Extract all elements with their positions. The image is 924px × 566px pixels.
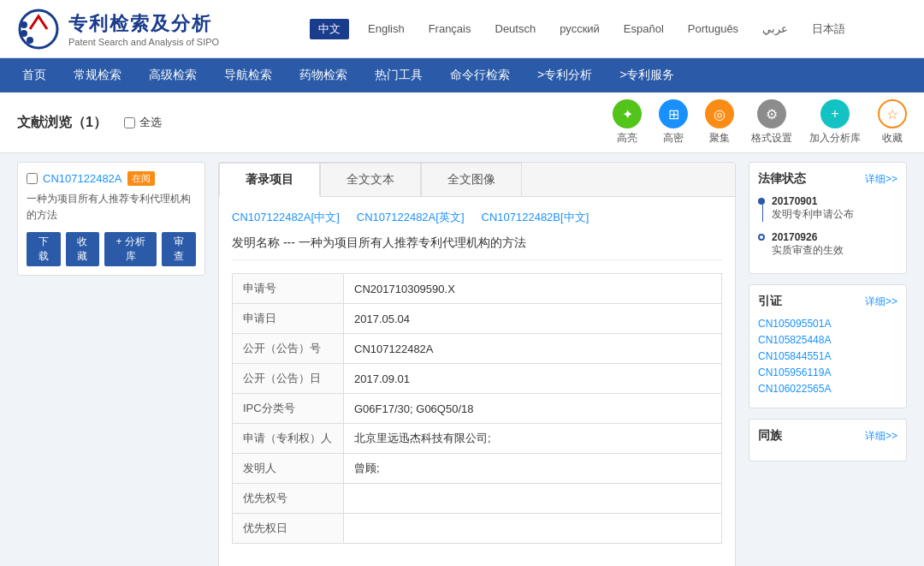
focus-icon: ◎ (705, 99, 734, 128)
status-badge: 在阅 (127, 171, 155, 186)
lang-pt[interactable]: Português (683, 21, 743, 37)
lang-es[interactable]: Español (619, 21, 669, 37)
svg-point-3 (27, 37, 33, 44)
doc-checkbox[interactable] (27, 173, 38, 184)
select-all-area[interactable]: 全选 (124, 115, 162, 130)
patent-links-row: CN107122482A[中文] CN107122482A[英文] CN1071… (232, 210, 722, 225)
citations-header: 引证 详细>> (758, 294, 897, 309)
format-label: 格式设置 (751, 131, 792, 146)
toolbar-icons: ✦ 高亮 ⊞ 高密 ◎ 聚集 ⚙ 格式设置 + 加入分析库 ☆ 收藏 (613, 99, 907, 146)
timeline-desc-1: 发明专利申请公布 (772, 207, 854, 222)
citations-detail-link[interactable]: 详细>> (865, 295, 897, 309)
citation-link-4[interactable]: CN105956119A (758, 366, 897, 378)
field-value-pubdate: 2017.09.01 (344, 364, 722, 394)
center-panel: 著录项目 全文文本 全文图像 CN107122482A[中文] CN107122… (218, 162, 736, 566)
add-analysis-button[interactable]: + 加入分析库 (809, 99, 861, 146)
timeline-dot-2 (758, 234, 765, 241)
patent-title: 发明名称 --- 一种为项目所有人推荐专利代理机构的方法 (232, 235, 722, 260)
add-icon: + (820, 99, 850, 128)
patent-link-cn-en[interactable]: CN107122482A[英文] (357, 210, 465, 225)
patent-link-cn-zh[interactable]: CN107122482A[中文] (232, 210, 340, 225)
nav-regular-search[interactable]: 常规检索 (60, 58, 135, 92)
table-row: 优先权日 (233, 514, 722, 544)
table-row: 优先权号 (233, 484, 722, 514)
nav-home[interactable]: 首页 (9, 58, 60, 92)
timeline-item-1: 20170901 发明专利申请公布 (758, 195, 897, 224)
field-value-appdate: 2017.05.04 (344, 304, 722, 334)
collect-button[interactable]: 收藏 (66, 232, 100, 266)
lang-ja[interactable]: 日本語 (807, 20, 850, 39)
nav-navigation-search[interactable]: 导航检索 (210, 58, 286, 92)
patent-link-cn-b[interactable]: CN107122482B[中文] (482, 210, 589, 225)
citation-link-1[interactable]: CN105095501A (758, 318, 897, 330)
citation-link-5[interactable]: CN106022565A (758, 383, 897, 395)
select-all-checkbox[interactable] (124, 117, 135, 128)
tab-images[interactable]: 全文图像 (421, 163, 522, 197)
nav-hot-tools[interactable]: 热门工具 (361, 58, 436, 92)
legal-status-section: 法律状态 详细>> 20170901 发明专利申请公布 20170926 实质审… (749, 162, 907, 274)
logo-text: 专利检索及分析 Patent Search and Analysis of SI… (68, 11, 219, 47)
lang-en[interactable]: English (363, 21, 410, 37)
highlight-icon: ✦ (613, 99, 642, 128)
format-button[interactable]: ⚙ 格式设置 (751, 99, 792, 146)
field-label-inventor: 发明人 (233, 454, 344, 484)
right-panel: 法律状态 详细>> 20170901 发明专利申请公布 20170926 实质审… (749, 162, 907, 566)
lang-zh[interactable]: 中文 (310, 19, 349, 39)
field-label-appdate: 申请日 (233, 304, 344, 334)
field-value-inventor: 曾顾; (344, 454, 722, 484)
nav-drug-search[interactable]: 药物检索 (286, 58, 361, 92)
svg-point-2 (21, 30, 27, 37)
lang-de[interactable]: Deutsch (490, 21, 542, 37)
legal-status-detail-link[interactable]: 详细>> (865, 172, 897, 187)
family-header: 同族 详细>> (758, 428, 897, 444)
lang-ar[interactable]: عربي (757, 21, 793, 37)
download-button[interactable]: 下载 (27, 232, 61, 266)
patent-info-table: 申请号 CN201710309590.X 申请日 2017.05.04 公开（公… (232, 273, 722, 544)
citations-title: 引证 (758, 294, 782, 309)
review-button[interactable]: 审查 (162, 232, 196, 266)
field-value-pubno: CN107122482A (344, 334, 722, 364)
timeline-line-1 (762, 205, 763, 222)
logo-area: 专利检索及分析 Patent Search and Analysis of SI… (17, 8, 219, 51)
timeline-dot-1 (758, 198, 765, 205)
logo-sub-text: Patent Search and Analysis of SIPO (68, 37, 219, 47)
nav-command-search[interactable]: 命令行检索 (436, 58, 524, 92)
nav-patent-analysis[interactable]: >专利分析 (524, 58, 606, 92)
highlight-button[interactable]: ✦ 高亮 (613, 99, 642, 146)
timeline-date-2: 20170926 (772, 231, 844, 243)
nav-patent-service[interactable]: >专利服务 (606, 58, 688, 92)
table-row: 申请（专利权）人 北京里远迅杰科技有限公司; (233, 424, 722, 454)
doc-actions: 下载 收藏 + 分析库 审查 (27, 232, 196, 266)
patent-tabs: 著录项目 全文文本 全文图像 (219, 163, 735, 197)
add-library-button[interactable]: + 分析库 (104, 232, 157, 266)
field-label-ipc: IPC分类号 (233, 394, 344, 424)
svg-point-1 (21, 21, 27, 28)
lang-ru[interactable]: русский (554, 21, 605, 37)
doc-id-link[interactable]: CN107122482A (43, 172, 122, 185)
timeline-item-2: 20170926 实质审查的生效 (758, 231, 897, 258)
field-label-appno: 申请号 (233, 274, 344, 304)
citation-link-3[interactable]: CN105844551A (758, 350, 897, 362)
document-toolbar: 文献浏览（1） 全选 ✦ 高亮 ⊞ 高密 ◎ 聚集 ⚙ 格式设置 + 加入分析库… (0, 92, 924, 153)
timeline-desc-2: 实质审查的生效 (772, 243, 844, 258)
tab-bibliographic[interactable]: 著录项目 (219, 163, 320, 197)
document-item: CN107122482A 在阅 一种为项目所有人推荐专利代理机构的方法 下载 收… (17, 162, 205, 276)
focus-button[interactable]: ◎ 聚集 (705, 99, 734, 146)
bookmark-button[interactable]: ☆ 收藏 (878, 99, 907, 146)
tab-fulltext[interactable]: 全文文本 (320, 163, 421, 197)
logo-main-text: 专利检索及分析 (68, 11, 219, 37)
field-value-priority-no (344, 484, 722, 514)
table-row: IPC分类号 G06F17/30; G06Q50/18 (233, 394, 722, 424)
citation-link-2[interactable]: CN105825448A (758, 334, 897, 346)
nav-advanced-search[interactable]: 高级检索 (135, 58, 210, 92)
patent-content: CN107122482A[中文] CN107122482A[英文] CN1071… (219, 197, 735, 557)
bookmark-icon: ☆ (878, 99, 907, 128)
density-button[interactable]: ⊞ 高密 (659, 99, 688, 146)
field-label-priority-date: 优先权日 (233, 514, 344, 544)
field-label-priority-no: 优先权号 (233, 484, 344, 514)
table-row: 发明人 曾顾; (233, 454, 722, 484)
family-detail-link[interactable]: 详细>> (865, 429, 897, 444)
family-section: 同族 详细>> (749, 419, 907, 462)
timeline-date-1: 20170901 (772, 195, 854, 207)
lang-fr[interactable]: Français (424, 21, 477, 37)
